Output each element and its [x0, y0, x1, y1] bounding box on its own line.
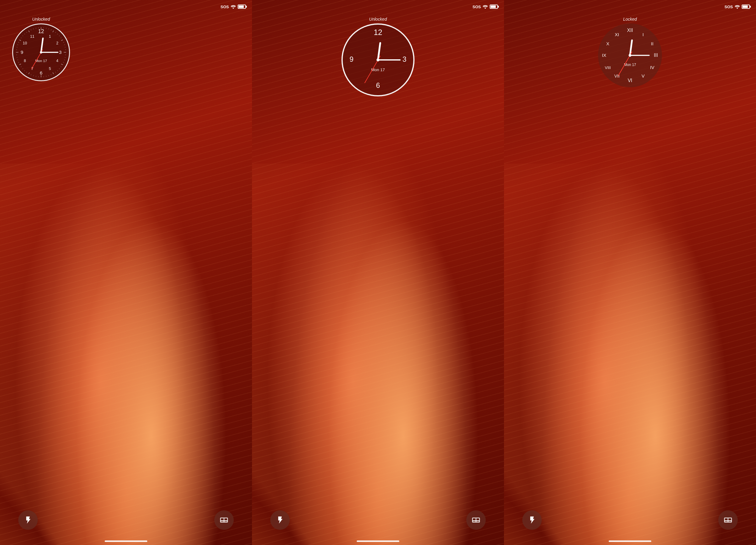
wifi-icon-3 [735, 5, 740, 9]
svg-line-13 [46, 28, 47, 29]
wallpaper-1 [0, 0, 252, 545]
flashlight-icon-1 [24, 516, 32, 524]
flashlight-button-2[interactable] [270, 510, 290, 530]
svg-text:XII: XII [627, 28, 633, 33]
svg-point-89 [376, 58, 380, 61]
svg-text:10: 10 [23, 41, 27, 45]
svg-line-38 [33, 75, 34, 76]
status-bar-3: SOS [504, 0, 756, 13]
svg-line-54 [24, 34, 25, 34]
battery-icon-1 [238, 5, 246, 9]
svg-text:I: I [642, 32, 644, 37]
svg-rect-93 [476, 521, 480, 522]
svg-line-14 [49, 29, 49, 30]
svg-line-58 [36, 28, 36, 29]
svg-point-110 [629, 54, 632, 57]
bottom-buttons-1 [0, 510, 252, 530]
clock-widget-2: Unlocked 12 3 6 9 Mon 17 [341, 17, 415, 96]
svg-rect-77 [220, 518, 224, 521]
svg-line-56 [31, 30, 31, 30]
battery-fill-2 [491, 5, 496, 8]
svg-text:9: 9 [21, 50, 23, 55]
bottom-buttons-3 [504, 510, 756, 530]
svg-text:X: X [606, 41, 609, 46]
svg-line-1 [53, 31, 54, 32]
sos-label-3: SOS [725, 5, 733, 9]
home-indicator-1 [105, 540, 147, 542]
svg-text:1: 1 [49, 34, 51, 39]
svg-line-57 [33, 29, 34, 30]
phone-screen-2: SOS Unlocked 12 3 6 9 Mon 17 [252, 0, 504, 545]
analog-clock-1: 12 3 6 9 1 2 4 5 7 8 10 11 Mon 17 [12, 23, 70, 81]
svg-line-15 [51, 30, 51, 30]
svg-line-50 [17, 45, 18, 45]
camera-button-2[interactable] [466, 510, 486, 530]
svg-text:6: 6 [376, 82, 380, 89]
svg-line-21 [64, 45, 65, 45]
svg-text:4: 4 [56, 59, 58, 63]
svg-text:12: 12 [38, 28, 44, 34]
analog-clock-3: XII I II III IV V VI VII VIII IX [598, 23, 662, 87]
svg-text:5: 5 [49, 67, 51, 71]
wifi-icon-2 [483, 5, 488, 9]
svg-line-51 [18, 42, 19, 43]
camera-button-1[interactable] [214, 510, 234, 530]
svg-line-43 [21, 67, 21, 67]
camera-icon-3 [724, 516, 732, 524]
svg-rect-112 [728, 518, 732, 521]
home-indicator-2 [357, 540, 399, 542]
status-icons-2: SOS [473, 5, 498, 9]
svg-text:XI: XI [615, 32, 619, 37]
svg-text:V: V [642, 73, 645, 79]
svg-text:9: 9 [350, 55, 354, 63]
flashlight-button-1[interactable] [18, 510, 38, 530]
svg-rect-90 [472, 518, 476, 521]
battery-icon-3 [742, 5, 750, 9]
svg-rect-111 [724, 518, 728, 521]
svg-text:IV: IV [650, 65, 654, 70]
svg-rect-78 [224, 518, 228, 521]
svg-line-53 [23, 36, 23, 36]
clock-status-2: Unlocked [369, 17, 387, 22]
svg-line-52 [21, 38, 21, 38]
svg-line-34 [46, 76, 47, 77]
wifi-icon-1 [231, 5, 236, 9]
phone-screen-3: SOS Locked XII I II III [504, 0, 756, 545]
svg-rect-113 [724, 521, 728, 522]
svg-line-44 [18, 62, 19, 62]
bottom-buttons-2 [252, 510, 504, 530]
clock-face-svg-1: 12 3 6 9 1 2 4 5 7 8 10 11 Mon 17 [13, 24, 69, 80]
flashlight-button-3[interactable] [522, 510, 542, 530]
svg-text:VIII: VIII [605, 65, 611, 70]
svg-line-20 [63, 42, 64, 43]
svg-rect-92 [472, 521, 476, 522]
svg-line-17 [57, 34, 58, 34]
clock-face-svg-3: XII I II III IV V VI VII VIII IX [598, 23, 662, 87]
camera-button-3[interactable] [718, 510, 738, 530]
svg-line-31 [55, 72, 56, 72]
flashlight-icon-2 [276, 516, 284, 524]
sos-label-2: SOS [473, 5, 481, 9]
svg-line-33 [49, 75, 49, 76]
svg-line-40 [26, 72, 27, 72]
svg-line-42 [23, 68, 23, 69]
svg-text:6: 6 [40, 70, 43, 75]
svg-rect-114 [728, 521, 732, 522]
svg-line-30 [57, 70, 58, 71]
svg-line-11 [29, 31, 30, 32]
status-bar-1: SOS [0, 0, 252, 13]
svg-line-5 [53, 72, 54, 74]
svg-line-28 [61, 67, 61, 67]
svg-line-19 [61, 38, 61, 38]
svg-line-2 [61, 40, 63, 41]
status-bar-2: SOS [252, 0, 504, 13]
flashlight-icon-3 [528, 516, 536, 524]
svg-text:3: 3 [59, 50, 62, 55]
svg-line-41 [24, 70, 25, 71]
svg-text:VI: VI [628, 78, 632, 83]
svg-rect-91 [476, 518, 480, 521]
svg-text:3: 3 [403, 55, 407, 63]
status-icons-1: SOS [221, 5, 246, 9]
battery-fill-1 [239, 5, 244, 8]
phone-screen-1: SOS Unlocked [0, 0, 252, 545]
